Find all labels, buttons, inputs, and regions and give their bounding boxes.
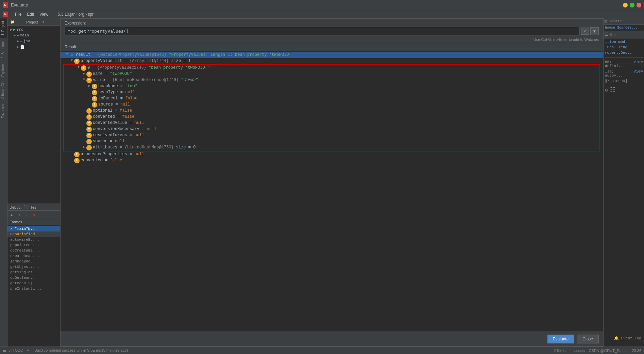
property-value-list-node[interactable]: ▼ f propertyValueList = {ArrayList@1744}… (61, 58, 603, 64)
todo-label[interactable]: 6: TODO (9, 348, 23, 352)
toggle-icon[interactable]: ▶ (87, 84, 92, 88)
toggle-icon[interactable]: ▶ (82, 71, 86, 76)
evaluate-button[interactable]: Evaluate (547, 335, 574, 343)
settings-icon[interactable]: ⚙ (610, 32, 612, 37)
toggle-icon[interactable]: ▼ (69, 59, 74, 62)
field-icon: f (86, 120, 92, 126)
result-section: Result: ▼ ∞ result = {MutablePropertyVal… (61, 43, 603, 332)
event-log-label[interactable]: Event Log (621, 336, 641, 340)
menu-edit[interactable]: Edit (24, 11, 37, 17)
frame-item-main[interactable]: ✓ "main"@... (7, 226, 60, 231)
app-logo: ▶ (3, 2, 8, 8)
node-processedproperties[interactable]: ▶ f processedProperties = null (61, 151, 603, 158)
frame-item-docreate[interactable]: doCreateBe... (7, 248, 60, 253)
expand-icon: ▶ (17, 45, 19, 49)
field-icon: f (92, 90, 97, 95)
field-icon: f (86, 71, 92, 77)
close-button[interactable]: Close (577, 335, 599, 343)
debug-controls: ▶ ↷ ↓ ■ (7, 211, 60, 219)
filter-icon[interactable]: ☰ (605, 32, 609, 37)
node-attributes[interactable]: ▶ f attributes = {LinkedHashMap@1750} si… (64, 145, 599, 151)
tab-favorites[interactable]: Favorites (0, 101, 7, 121)
tab-project[interactable]: 1: Project (0, 18, 7, 38)
frame-item-unsatisfied[interactable]: unsatisfied (7, 231, 60, 237)
brand-label: CSDN @GDUT_Ember (589, 349, 628, 353)
resume-button[interactable]: ▶ (9, 212, 15, 218)
field-icon: f (92, 102, 97, 108)
stop-button[interactable]: ■ (31, 212, 37, 218)
tree-item-src[interactable]: ▶ ▶ src (7, 27, 60, 32)
maximize-button[interactable] (630, 3, 634, 7)
node-resolvedtokens[interactable]: ▶ f resolvedTokens = null (64, 132, 599, 139)
frame-item-getobject[interactable]: getObject:... (7, 264, 60, 270)
dropdown-button[interactable]: ▾ (590, 27, 599, 35)
minimize-button[interactable] (623, 3, 628, 7)
field-icon: f (74, 152, 80, 157)
snippet-3[interactable]: ropertyDes... (605, 51, 643, 55)
expand-button[interactable]: ⤢ (581, 28, 589, 35)
project-panel-header[interactable]: 📁 Project ▾ (7, 18, 60, 26)
frame-item-populate[interactable]: populateBe... (7, 242, 60, 248)
node-source[interactable]: ▶ f source = null (64, 139, 599, 145)
toggle-icon[interactable]: ▶ (82, 145, 86, 149)
node-optional[interactable]: ▶ f optional = false (64, 108, 599, 114)
tab-structure[interactable]: 2: Structure (0, 38, 7, 61)
step-into-button[interactable]: ↓ (24, 212, 30, 218)
right-tab-abstract[interactable]: Abstr▾ (610, 19, 622, 24)
tree-item-main[interactable]: ▶ ▶ main (7, 32, 60, 38)
node-convertedvalue[interactable]: ▶ f convertedValue = null (64, 120, 599, 126)
frame-item-dogetbean[interactable]: doGetBean... (7, 275, 60, 280)
node-converted-false[interactable]: ▶ f converted = false (61, 158, 603, 164)
node-name[interactable]: ▶ f name = "twoPOJO" (64, 71, 599, 77)
node-beantype[interactable]: ▶ f beanType = null (64, 90, 599, 96)
translate-icon[interactable]: 文 (604, 19, 608, 24)
node-toparent[interactable]: ▶ f toParent = false (64, 96, 599, 102)
frame-item-lambda[interactable]: lambda$do... (7, 259, 60, 264)
right-toolbar: ☰ ⚙ ✕ (604, 31, 644, 38)
tree-item-resources[interactable]: ▶ 📄 (7, 44, 60, 50)
node-converted[interactable]: ▶ f converted = false (64, 114, 599, 120)
status-bar: ☰ 6: TODO ≡ Build completed successfully… (0, 347, 644, 354)
snippet-2[interactable]: lues: leng... (605, 45, 643, 49)
node-source-value[interactable]: ▶ f source = null (64, 102, 599, 108)
close-icon[interactable]: ✕ (614, 32, 616, 37)
terminal-icon[interactable]: ≡ (27, 348, 29, 352)
expression-input[interactable] (65, 27, 580, 35)
expression-section: Expression: ⤢ ▾ (61, 19, 603, 37)
close-window-button[interactable] (637, 3, 641, 7)
node-conversionnecessary[interactable]: ▶ f conversionNecessary = null (64, 126, 599, 132)
snippet-1[interactable]: ition mbd, (605, 40, 643, 44)
debug-snippet-3: @73a1e9a9]" (605, 79, 643, 83)
toggle-icon[interactable]: ▼ (82, 78, 86, 81)
toggle-icon[interactable]: ▼ (76, 65, 81, 69)
frame-item-getbean[interactable]: getBean:2(... (7, 280, 60, 286)
tree-item-java[interactable]: ▶ ☕ jav (7, 38, 60, 44)
menu-bar: ▶ File Edit View 5.3.10.jar › org › spri (0, 10, 644, 18)
root-node[interactable]: ▼ ∞ result = {MutablePropertyValues@1642… (61, 52, 603, 58)
frame-item-preinstanti[interactable]: preInstanti... (7, 286, 60, 291)
todo-icon: ☰ (3, 348, 6, 352)
menu-file[interactable]: File (12, 11, 24, 17)
view-link-1[interactable]: View (634, 60, 643, 68)
node-0[interactable]: ▼ f 0 = {PropertyValue@1746} "bean prope… (64, 65, 599, 71)
red-border-highlight: ▼ f 0 = {PropertyValue@1746} "bean prope… (63, 64, 600, 151)
debug-snippet-1: 55: defini... View (605, 60, 643, 68)
result-label: Result: (61, 43, 603, 51)
frame-item-getsingleton[interactable]: getSinglet... (7, 270, 60, 275)
layout-icon[interactable]: ☷ (610, 86, 615, 93)
choose-sources-link[interactable]: hoose Sources... (604, 25, 644, 31)
folder-icon: 📁 (10, 20, 25, 24)
node-beanname[interactable]: ▶ f beanName = "two" (64, 83, 599, 90)
toggle-icon[interactable]: ▼ (65, 52, 69, 56)
frame-item-createbean[interactable]: createBean... (7, 253, 60, 259)
tab-alibaba[interactable]: Alibaba Cloud Explorer (0, 61, 7, 101)
node-value[interactable]: ▼ f value = {RuntimeBeanReference@1749} … (64, 77, 599, 83)
event-log-icon[interactable]: 🔔 (614, 336, 619, 340)
view-link-2[interactable]: View (634, 69, 643, 78)
frame-item-autowire[interactable]: autowireBy... (7, 237, 60, 242)
gear-icon[interactable]: ⚙ (605, 87, 608, 93)
menu-view[interactable]: View (37, 11, 51, 17)
step-over-button[interactable]: ↷ (16, 212, 22, 218)
expand-icon: ▶ (14, 33, 16, 37)
field-icon: f (86, 114, 92, 120)
